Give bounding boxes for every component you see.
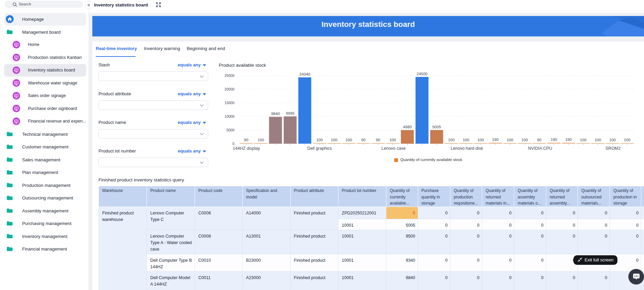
svg-text:9995: 9995	[286, 111, 295, 115]
svg-text:90: 90	[361, 138, 366, 142]
svg-text:100: 100	[316, 138, 323, 142]
svg-text:20000: 20000	[225, 87, 234, 91]
svg-text:24340: 24340	[300, 72, 310, 76]
svg-text:100: 100	[624, 138, 630, 142]
svg-text:100: 100	[595, 138, 601, 142]
svg-text:25000: 25000	[225, 74, 234, 78]
svg-text:90: 90	[537, 138, 541, 142]
svg-text:SROM2: SROM2	[605, 146, 621, 151]
svg-text:100: 100	[448, 138, 455, 142]
svg-text:15000: 15000	[225, 101, 234, 105]
svg-text:100: 100	[346, 138, 352, 142]
svg-text:Product available stock: Product available stock	[219, 63, 266, 68]
svg-text:100: 100	[389, 138, 396, 142]
svg-text:NVIDIA CPU: NVIDIA CPU	[528, 146, 552, 151]
svg-text:90: 90	[376, 138, 380, 142]
svg-text:100: 100	[507, 138, 513, 142]
svg-text:Quantity of currently availabl: Quantity of currently available stock	[400, 158, 462, 162]
svg-text:100: 100	[580, 138, 586, 142]
svg-text:5000: 5000	[227, 128, 235, 132]
svg-text:4980: 4980	[403, 125, 412, 129]
svg-text:10000: 10000	[225, 114, 234, 118]
svg-text:100: 100	[331, 138, 337, 142]
svg-text:100: 100	[521, 138, 528, 142]
svg-text:100: 100	[477, 138, 484, 142]
svg-text:100: 100	[463, 138, 469, 142]
svg-text:Lenovo hard disk: Lenovo hard disk	[450, 146, 483, 151]
svg-text:24500: 24500	[417, 72, 428, 76]
svg-text:5005: 5005	[432, 125, 441, 129]
svg-text:0: 0	[232, 142, 234, 146]
svg-text:190: 190	[565, 138, 572, 142]
svg-text:Dell graphics: Dell graphics	[307, 146, 332, 151]
svg-text:9840: 9840	[271, 112, 280, 116]
svg-text:100: 100	[609, 138, 616, 142]
svg-text:90: 90	[244, 138, 248, 142]
svg-text:144HZ display: 144HZ display	[233, 146, 260, 151]
svg-text:100: 100	[258, 138, 264, 142]
svg-text:190: 190	[551, 138, 557, 142]
svg-text:Lenovo case: Lenovo case	[382, 146, 406, 151]
svg-text:190: 190	[492, 138, 499, 142]
